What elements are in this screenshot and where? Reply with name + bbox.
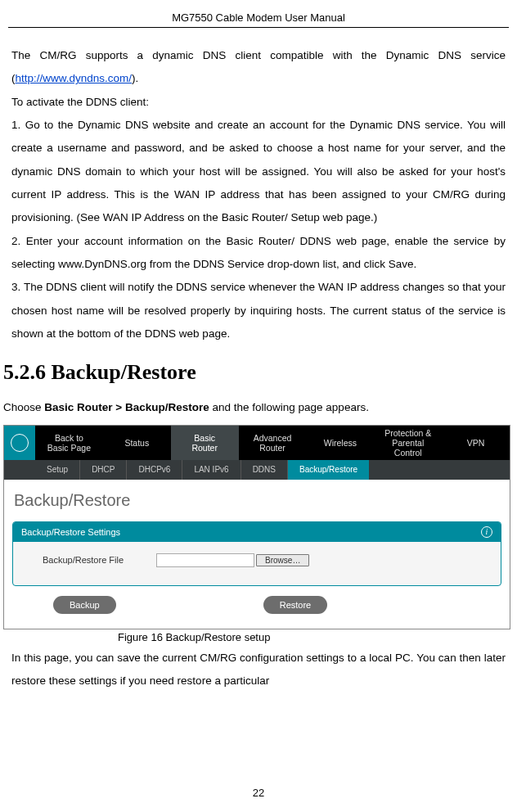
step-3: 3. The DDNS client will notify the DDNS …	[11, 276, 506, 345]
page-header: MG7550 Cable Modem User Manual	[8, 0, 509, 28]
action-row: Backup Restore	[4, 586, 510, 624]
choose-post: and the following page appears.	[209, 401, 369, 413]
browse-button[interactable]: Browse…	[256, 554, 309, 566]
panel-title: Backup/Restore	[4, 489, 510, 521]
file-field-label: Backup/Restore File	[43, 555, 124, 565]
nav-vpn-label: VPN	[467, 438, 485, 448]
nav-back-label: Back to Basic Page	[47, 433, 91, 453]
nav-sub: Setup DHCP DHCPv6 LAN IPv6 DDNS Backup/R…	[4, 460, 510, 480]
choose-bold: Basic Router > Backup/Restore	[44, 401, 209, 413]
nav-back-to-basic[interactable]: Back to Basic Page	[35, 426, 103, 460]
choose-pre: Choose	[3, 401, 44, 413]
step-1: 1. Go to the Dynamic DNS website and cre…	[11, 114, 506, 230]
nav-status-label: Status	[124, 438, 149, 448]
nav-protection-label: Protection & Parental Control	[377, 428, 438, 458]
figure-caption: Figure 16 Backup/Restore setup	[11, 631, 506, 643]
settings-body: Backup/Restore File Browse…	[13, 542, 501, 585]
settings-header: Backup/Restore Settings i	[13, 522, 501, 542]
brand-logo	[4, 426, 35, 460]
nav-basic-label: Basic Router	[191, 433, 218, 453]
nav-wireless-label: Wireless	[324, 438, 357, 448]
activate-line: To activate the DDNS client:	[11, 91, 506, 114]
nav-advanced-router[interactable]: Advanced Router	[239, 426, 307, 460]
subnav-dhcpv6[interactable]: DHCPv6	[127, 460, 182, 480]
subnav-setup[interactable]: Setup	[35, 460, 80, 480]
section-heading: 5.2.6 Backup/Restore	[3, 360, 506, 385]
subnav-lanipv6[interactable]: LAN IPv6	[182, 460, 241, 480]
moto-logo-icon	[11, 434, 29, 452]
page-number: 22	[0, 787, 517, 799]
nav-wireless[interactable]: Wireless	[306, 426, 374, 460]
doc-title: MG7550 Cable Modem User Manual	[172, 11, 345, 24]
nav-basic-router[interactable]: Basic Router	[171, 426, 239, 460]
subnav-ddns[interactable]: DDNS	[241, 460, 288, 480]
nav-advanced-label: Advanced Router	[254, 433, 292, 453]
nav-top: Back to Basic Page Status Basic Router A…	[4, 426, 510, 460]
panel: Backup/Restore Backup/Restore Settings i…	[4, 480, 510, 629]
settings-header-label: Backup/Restore Settings	[21, 527, 120, 537]
backup-button[interactable]: Backup	[53, 596, 116, 614]
nav-protection[interactable]: Protection & Parental Control	[374, 426, 442, 460]
dyndns-link[interactable]: http://www.dyndns.com/	[16, 72, 133, 84]
nav-vpn[interactable]: VPN	[442, 426, 510, 460]
intro-para: The CM/RG supports a dynamic DNS client …	[11, 44, 506, 91]
step-2: 2. Enter your account information on the…	[11, 230, 506, 277]
info-icon[interactable]: i	[481, 526, 492, 538]
router-ui-screenshot: Back to Basic Page Status Basic Router A…	[3, 425, 510, 629]
content-body: The CM/RG supports a dynamic DNS client …	[0, 28, 517, 693]
closing-para: In this page, you can save the current C…	[11, 647, 506, 693]
choose-para: Choose Basic Router > Backup/Restore and…	[3, 396, 506, 419]
intro-text-post: ).	[132, 72, 138, 84]
settings-box: Backup/Restore Settings i Backup/Restore…	[12, 521, 501, 586]
file-path-input[interactable]	[156, 553, 254, 567]
restore-button[interactable]: Restore	[263, 596, 328, 614]
nav-status[interactable]: Status	[103, 426, 171, 460]
subnav-dhcp[interactable]: DHCP	[80, 460, 127, 480]
subnav-backup-restore[interactable]: Backup/Restore	[288, 460, 369, 480]
